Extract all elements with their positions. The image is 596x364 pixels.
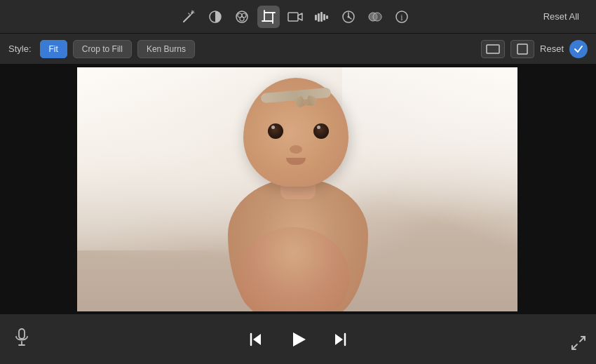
- side-panel-right: [517, 65, 596, 314]
- magic-wand-icon[interactable]: [177, 6, 200, 28]
- playback-controls: [243, 327, 353, 352]
- fit-button[interactable]: Fit: [40, 40, 67, 58]
- svg-rect-29: [487, 45, 499, 53]
- video-overlay-icon[interactable]: [284, 6, 306, 28]
- baby-headband: [261, 87, 332, 103]
- previous-button[interactable]: [243, 327, 269, 352]
- aspect-16-9-button[interactable]: [481, 40, 505, 58]
- svg-line-5: [194, 11, 194, 11]
- svg-point-11: [240, 17, 244, 21]
- svg-rect-20: [320, 12, 323, 22]
- svg-line-0: [184, 15, 190, 22]
- fabric-drape-right: [342, 67, 519, 311]
- blend-icon[interactable]: [364, 6, 386, 28]
- microphone-button[interactable]: [14, 328, 29, 351]
- play-triangle-icon: [293, 332, 306, 346]
- speed-icon[interactable]: [337, 6, 360, 28]
- svg-point-26: [373, 13, 381, 21]
- svg-rect-19: [318, 13, 320, 22]
- svg-line-1: [190, 13, 192, 15]
- toolbar-icons: i: [53, 6, 538, 28]
- svg-rect-30: [517, 44, 527, 54]
- svg-line-37: [572, 344, 577, 349]
- bottom-bar: [0, 314, 596, 364]
- svg-text:i: i: [401, 13, 404, 22]
- baby-eye-right: [313, 123, 329, 139]
- svg-rect-17: [288, 13, 298, 21]
- color-wheel-icon[interactable]: [231, 6, 253, 28]
- info-icon[interactable]: i: [391, 6, 413, 28]
- baby-eye-left: [268, 123, 283, 139]
- svg-line-36: [580, 337, 585, 342]
- top-toolbar: i Reset All: [0, 0, 596, 34]
- svg-rect-31: [19, 329, 25, 339]
- crop-trim-icon[interactable]: [257, 6, 280, 28]
- svg-rect-18: [315, 15, 317, 20]
- baby-mouth: [286, 158, 306, 165]
- fullscreen-button[interactable]: [571, 335, 586, 354]
- svg-line-6: [189, 13, 189, 14]
- ken-burns-button[interactable]: Ken Burns: [137, 40, 195, 58]
- reset-button[interactable]: Reset: [540, 43, 564, 54]
- main-area: [0, 65, 596, 314]
- play-button[interactable]: [285, 327, 311, 352]
- reset-all-button[interactable]: Reset All: [538, 8, 585, 25]
- style-label: Style:: [8, 43, 32, 54]
- svg-rect-12: [264, 13, 273, 21]
- style-bar: Style: Fit Crop to Fill Ken Burns Reset: [0, 34, 596, 65]
- side-panel-left: [0, 65, 75, 314]
- baby-bow: [294, 94, 317, 110]
- bow-center: [303, 99, 309, 105]
- svg-rect-22: [326, 15, 328, 19]
- audio-icon[interactable]: [311, 6, 333, 28]
- video-preview: [77, 67, 519, 311]
- video-container: [77, 67, 519, 311]
- baby-nose: [290, 145, 302, 154]
- aspect-4-3-button[interactable]: [510, 40, 534, 58]
- crop-to-fill-button[interactable]: Crop to Fill: [73, 40, 132, 58]
- confirm-button[interactable]: [569, 40, 588, 58]
- next-button[interactable]: [327, 327, 353, 352]
- svg-point-24: [348, 15, 350, 18]
- style-bar-right: Reset: [481, 40, 588, 58]
- color-balance-icon[interactable]: [204, 6, 226, 28]
- svg-rect-21: [323, 14, 325, 20]
